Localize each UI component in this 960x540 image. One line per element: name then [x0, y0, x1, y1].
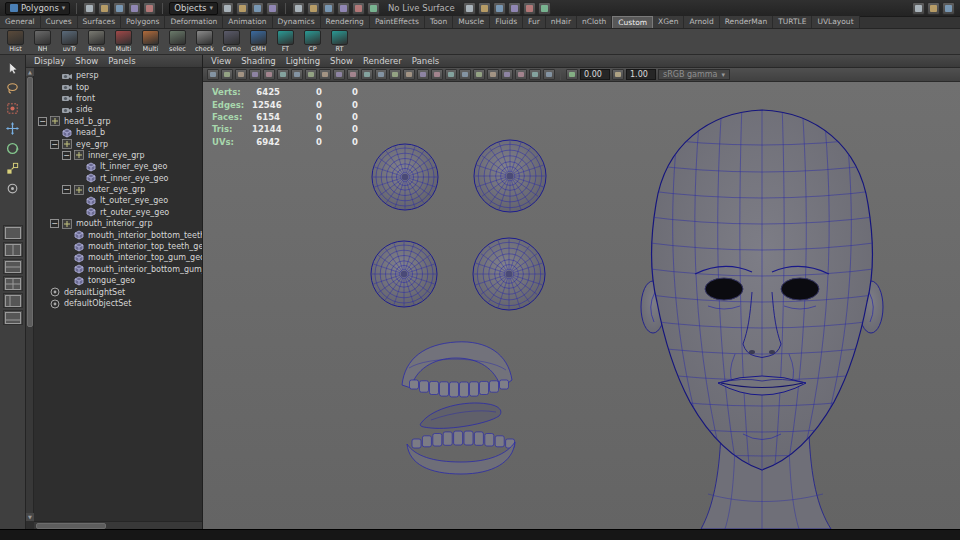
menuset-dropdown[interactable]: Polygons ▾: [5, 2, 70, 15]
shelf-tab-surfaces[interactable]: Surfaces: [78, 16, 121, 28]
shelf-item-rt[interactable]: RT: [327, 30, 352, 53]
field-chart-icon[interactable]: [361, 69, 373, 80]
shelf-tab-toon[interactable]: Toon: [425, 16, 453, 28]
scene-view[interactable]: [203, 82, 960, 529]
save-scene-icon[interactable]: [113, 2, 126, 15]
shelf-item-nh[interactable]: NH: [30, 30, 55, 53]
input-connections-icon[interactable]: [463, 2, 476, 15]
objects-filter-dropdown[interactable]: Objects ▾: [169, 2, 218, 15]
viewport-menu-view[interactable]: View: [206, 56, 236, 66]
use-all-lights-icon[interactable]: [445, 69, 457, 80]
outliner-row-rt_outer_eye_geo[interactable]: rt_outer_eye_geo: [34, 207, 202, 218]
motion-blur-icon[interactable]: [487, 69, 499, 80]
shelf-tab-xgen[interactable]: XGen: [653, 16, 684, 28]
shaded-icon[interactable]: [417, 69, 429, 80]
shelf-tab-polygons[interactable]: Polygons: [121, 16, 165, 28]
lower-teeth-mesh[interactable]: [407, 431, 515, 474]
shelf-tab-turtle[interactable]: TURTLE: [773, 16, 812, 28]
help-icon[interactable]: [942, 2, 955, 15]
hypergraph-persp-layout[interactable]: [3, 310, 23, 325]
eye-geo-mesh[interactable]: [473, 238, 545, 310]
shelf-item-multi[interactable]: Multi: [138, 30, 163, 53]
shelf-item-come[interactable]: Come: [219, 30, 244, 53]
shelf-tab-muscle[interactable]: Muscle: [453, 16, 490, 28]
shelf-tab-deformation[interactable]: Deformation: [165, 16, 223, 28]
exposure-field[interactable]: 0.00: [580, 69, 610, 80]
shelf-tab-arnold[interactable]: Arnold: [684, 16, 719, 28]
outliner-row-mouth_interior_top_teeth_geo[interactable]: mouth_interior_top_teeth_geo: [34, 241, 202, 252]
render-current-frame-icon[interactable]: [508, 2, 521, 15]
expander-icon[interactable]: −: [50, 219, 59, 228]
viewport-menu-renderer[interactable]: Renderer: [358, 56, 407, 66]
outliner-menu-display[interactable]: Display: [29, 56, 70, 66]
new-scene-icon[interactable]: [83, 2, 96, 15]
snap-to-grid-icon[interactable]: [292, 2, 305, 15]
outliner-menu-show[interactable]: Show: [70, 56, 103, 66]
expander-icon[interactable]: −: [38, 117, 47, 126]
highlight-selection-icon[interactable]: [266, 2, 279, 15]
shelf-tab-painteffects[interactable]: PaintEffects: [370, 16, 425, 28]
outliner-row-lt_inner_eye_geo[interactable]: lt_inner_eye_geo: [34, 161, 202, 172]
bookmarks-icon[interactable]: [249, 69, 261, 80]
select-by-hierarchy-icon[interactable]: [221, 2, 234, 15]
viewport-menu-lighting[interactable]: Lighting: [281, 56, 325, 66]
viewport-menu-shading[interactable]: Shading: [236, 56, 281, 66]
snap-to-projected-center-icon[interactable]: [337, 2, 350, 15]
outliner-vertical-scrollbar[interactable]: ▲ ▼: [26, 68, 34, 521]
expander-icon[interactable]: −: [62, 185, 71, 194]
textured-icon[interactable]: [431, 69, 443, 80]
film-gate-icon[interactable]: [319, 69, 331, 80]
screen-space-ao-icon[interactable]: [473, 69, 485, 80]
isolate-select-icon[interactable]: [529, 69, 541, 80]
shelf-item-check[interactable]: check: [192, 30, 217, 53]
shelf-tab-uvlayout[interactable]: UVLayout: [812, 16, 859, 28]
paint-select-tool[interactable]: [2, 98, 23, 118]
scale-tool[interactable]: [2, 158, 23, 178]
hotbox-controls-icon[interactable]: [927, 2, 940, 15]
outliner-row-inner_eye_grp[interactable]: −inner_eye_grp: [34, 150, 202, 161]
shelf-tab-general[interactable]: General: [0, 16, 41, 28]
shelf-item-selec[interactable]: selec: [165, 30, 190, 53]
lock-camera-icon[interactable]: [221, 69, 233, 80]
scrollbar-thumb[interactable]: [27, 77, 33, 327]
outliner-row-tongue_geo[interactable]: tongue_geo: [34, 275, 202, 286]
select-tool[interactable]: [2, 58, 23, 78]
snap-to-curve-icon[interactable]: [307, 2, 320, 15]
exposure-icon[interactable]: [566, 69, 578, 80]
shelf-item-gmh[interactable]: GMH: [246, 30, 271, 53]
xray-icon[interactable]: [543, 69, 555, 80]
outliner-row-rt_inner_eye_geo[interactable]: rt_inner_eye_geo: [34, 173, 202, 184]
redo-icon[interactable]: [143, 2, 156, 15]
image-plane-icon[interactable]: [263, 69, 275, 80]
shelf-item-ft[interactable]: FT: [273, 30, 298, 53]
shelf-tab-fur[interactable]: Fur: [523, 16, 546, 28]
snap-to-point-icon[interactable]: [322, 2, 335, 15]
safe-title-icon[interactable]: [389, 69, 401, 80]
upper-teeth-mesh[interactable]: [402, 342, 512, 397]
construction-history-icon[interactable]: [493, 2, 506, 15]
shelf-tab-fluids[interactable]: Fluids: [490, 16, 523, 28]
two-pane-side-layout[interactable]: [3, 242, 23, 257]
shelf-tab-nhair[interactable]: nHair: [546, 16, 577, 28]
scroll-up-icon[interactable]: ▲: [26, 68, 34, 76]
colorspace-dropdown[interactable]: sRGB gamma▾: [658, 69, 730, 80]
viewport-menu-show[interactable]: Show: [325, 56, 358, 66]
outliner-row-mouth_interior_top_gum_geo[interactable]: mouth_interior_top_gum_geo: [34, 252, 202, 263]
two-pane-stacked-layout[interactable]: [3, 259, 23, 274]
wireframe-icon[interactable]: [403, 69, 415, 80]
move-tool[interactable]: [2, 118, 23, 138]
shelf-tab-animation[interactable]: Animation: [223, 16, 272, 28]
select-camera-icon[interactable]: [207, 69, 219, 80]
render-settings-icon[interactable]: [538, 2, 551, 15]
outliner-row-defaultObjectSet[interactable]: defaultObjectSet: [34, 298, 202, 309]
safe-action-icon[interactable]: [375, 69, 387, 80]
open-scene-icon[interactable]: [98, 2, 111, 15]
outliner-row-front[interactable]: front: [34, 93, 202, 104]
viewport-menu-panels[interactable]: Panels: [407, 56, 444, 66]
outliner-row-outer_eye_grp[interactable]: −outer_eye_grp: [34, 184, 202, 195]
undo-icon[interactable]: [128, 2, 141, 15]
outliner-row-head_b_grp[interactable]: −head_b_grp: [34, 116, 202, 127]
outliner-row-mouth_interior_bottom_gum_geo[interactable]: mouth_interior_bottom_gum_geo: [34, 264, 202, 275]
shelf-tab-ncloth[interactable]: nCloth: [577, 16, 612, 28]
grid-icon[interactable]: [305, 69, 317, 80]
